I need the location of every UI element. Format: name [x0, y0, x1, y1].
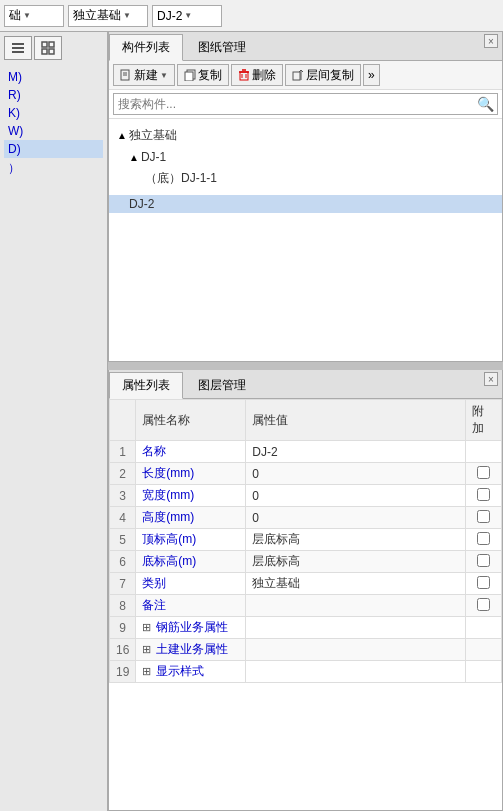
property-value: 0 — [246, 485, 466, 507]
properties-table: 属性名称 属性值 附加 1名称DJ-22长度(mm)03宽度(mm)04高度(m… — [109, 399, 502, 683]
svg-rect-3 — [42, 42, 47, 47]
property-add — [466, 551, 502, 573]
tree-item-dj1-row[interactable]: ▲ DJ-1 — [109, 148, 502, 166]
copy-button[interactable]: 复制 — [177, 64, 229, 86]
tree-item-dj1: ▲ DJ-1 （底）DJ-1-1 — [109, 146, 502, 193]
tree-item-dj2-row[interactable]: DJ-2 — [109, 195, 502, 213]
delete-icon — [238, 69, 250, 81]
table-row: 19⊞ 显示样式 — [110, 661, 502, 683]
properties-scroll[interactable]: 属性名称 属性值 附加 1名称DJ-22长度(mm)03宽度(mm)04高度(m… — [109, 399, 502, 810]
icon-buttons-bar — [0, 32, 107, 64]
tree-item-dj1-label: DJ-1 — [141, 150, 166, 164]
left-item-k[interactable]: K) — [4, 104, 103, 122]
svg-rect-1 — [12, 47, 24, 49]
property-add — [466, 463, 502, 485]
left-item-w[interactable]: W) — [4, 122, 103, 140]
expand-icon[interactable]: ⊞ — [142, 643, 154, 655]
property-add — [466, 595, 502, 617]
floor-copy-icon — [292, 69, 304, 81]
component-panel-close-button[interactable]: × — [484, 34, 498, 48]
root-arrow-icon: ▲ — [117, 130, 127, 141]
grid-view-button[interactable] — [34, 36, 62, 60]
property-checkbox[interactable] — [477, 532, 490, 545]
new-button[interactable]: 新建 ▼ — [113, 64, 175, 86]
search-icon: 🔍 — [477, 96, 494, 112]
property-checkbox[interactable] — [477, 488, 490, 501]
dropdown-component-name[interactable]: DJ-2 ▼ — [152, 5, 222, 27]
floor-copy-button[interactable]: 层间复制 — [285, 64, 361, 86]
property-name[interactable]: ⊞ 显示样式 — [136, 661, 246, 683]
left-item-d[interactable]: D) — [4, 140, 103, 158]
row-number: 8 — [110, 595, 136, 617]
panel-separator[interactable] — [108, 362, 503, 366]
property-name: 备注 — [136, 595, 246, 617]
property-value — [246, 639, 466, 661]
property-value — [246, 595, 466, 617]
col-name: 属性名称 — [136, 400, 246, 441]
row-number: 4 — [110, 507, 136, 529]
svg-rect-11 — [185, 72, 193, 81]
search-input[interactable] — [113, 93, 498, 115]
svg-rect-17 — [293, 72, 300, 80]
properties-panel-close-button[interactable]: × — [484, 372, 498, 386]
property-name: 底标高(m) — [136, 551, 246, 573]
property-name: 高度(mm) — [136, 507, 246, 529]
tree-item-dj2: DJ-2 — [109, 193, 502, 215]
property-value: 0 — [246, 507, 466, 529]
left-items-list: M) R) K) W) D) ） — [0, 64, 107, 183]
properties-table-header: 属性名称 属性值 附加 — [110, 400, 502, 441]
left-item-m[interactable]: M) — [4, 68, 103, 86]
tree-item-dj1-1-row[interactable]: （底）DJ-1-1 — [109, 168, 502, 189]
property-checkbox[interactable] — [477, 554, 490, 567]
svg-rect-5 — [42, 49, 47, 54]
property-value: 0 — [246, 463, 466, 485]
table-row: 9⊞ 钢筋业务属性 — [110, 617, 502, 639]
property-name: 宽度(mm) — [136, 485, 246, 507]
row-number: 16 — [110, 639, 136, 661]
copy-icon — [184, 69, 196, 81]
property-checkbox[interactable] — [477, 576, 490, 589]
property-name[interactable]: ⊞ 钢筋业务属性 — [136, 617, 246, 639]
row-number: 5 — [110, 529, 136, 551]
table-row: 1名称DJ-2 — [110, 441, 502, 463]
tab-drawing-management[interactable]: 图纸管理 — [185, 34, 259, 60]
tab-properties-list[interactable]: 属性列表 — [109, 372, 183, 399]
left-item-r[interactable]: R) — [4, 86, 103, 104]
row-number: 3 — [110, 485, 136, 507]
delete-button[interactable]: 删除 — [231, 64, 283, 86]
top-bar: 础 ▼ 独立基础 ▼ DJ-2 ▼ — [0, 0, 503, 32]
tree-item-root-row[interactable]: ▲ 独立基础 — [109, 125, 502, 146]
list-view-button[interactable] — [4, 36, 32, 60]
more-button[interactable]: » — [363, 64, 380, 86]
expand-icon[interactable]: ⊞ — [142, 621, 154, 633]
property-add — [466, 485, 502, 507]
property-name: 长度(mm) — [136, 463, 246, 485]
tab-layer-management[interactable]: 图层管理 — [185, 372, 259, 398]
tree-item-root-label: 独立基础 — [129, 127, 177, 144]
tab-component-list[interactable]: 构件列表 — [109, 34, 183, 61]
component-panel: × 构件列表 图纸管理 新建 ▼ 复制 — [108, 32, 503, 362]
main-panel: × 构件列表 图纸管理 新建 ▼ 复制 — [108, 32, 503, 811]
row-number: 7 — [110, 573, 136, 595]
tree-item-dj2-label: DJ-2 — [129, 197, 154, 211]
svg-rect-6 — [49, 49, 54, 54]
property-name[interactable]: ⊞ 土建业务属性 — [136, 639, 246, 661]
dropdown-foundation-type[interactable]: 础 ▼ — [4, 5, 64, 27]
property-checkbox[interactable] — [477, 510, 490, 523]
row-number: 9 — [110, 617, 136, 639]
search-bar: 🔍 — [109, 90, 502, 119]
property-checkbox[interactable] — [477, 466, 490, 479]
dropdown-component-type[interactable]: 独立基础 ▼ — [68, 5, 148, 27]
left-item-bottom[interactable]: ） — [4, 158, 103, 179]
property-add — [466, 617, 502, 639]
expand-icon[interactable]: ⊞ — [142, 665, 154, 677]
row-number: 1 — [110, 441, 136, 463]
row-number: 2 — [110, 463, 136, 485]
property-checkbox[interactable] — [477, 598, 490, 611]
property-value: 层底标高 — [246, 529, 466, 551]
col-num — [110, 400, 136, 441]
svg-rect-12 — [240, 72, 248, 80]
col-add: 附加 — [466, 400, 502, 441]
property-name: 名称 — [136, 441, 246, 463]
left-panel: M) R) K) W) D) ） — [0, 32, 108, 811]
